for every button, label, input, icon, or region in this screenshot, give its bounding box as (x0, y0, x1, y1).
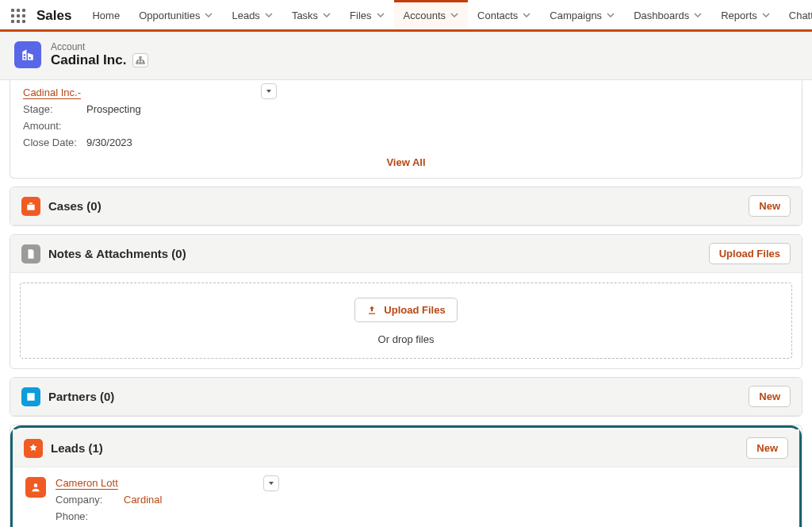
app-launcher-icon[interactable] (5, 2, 32, 29)
phone-label: Phone: (56, 510, 111, 522)
partners-card: Partners (0) New (10, 377, 802, 417)
field-row: Close Date: 9/30/2023 (23, 137, 789, 148)
svg-point-0 (34, 483, 38, 487)
lead-row: Cameron Lott Company: Cardinal Phone: (13, 467, 799, 527)
partners-header: Partners (0) New (10, 378, 802, 416)
stage-label: Stage: (23, 103, 86, 115)
chevron-down-icon[interactable] (377, 10, 385, 21)
lead-icon (24, 439, 43, 458)
nav-tasks[interactable]: Tasks (282, 0, 340, 31)
chevron-down-icon[interactable] (523, 10, 530, 21)
field-row: Company: Cardinal (56, 494, 162, 506)
cases-new-button[interactable]: New (749, 195, 791, 217)
global-nav: Sales Home Opportunities Leads Tasks Fil… (0, 0, 812, 32)
leads-title: Leads (1) (24, 439, 103, 458)
notes-title-text: Notes & Attachments (0) (48, 247, 186, 260)
nav-home[interactable]: Home (82, 0, 129, 31)
chevron-down-icon[interactable] (607, 10, 615, 21)
close-date-value: 9/30/2023 (86, 137, 132, 148)
leads-title-text: Leads (1) (51, 441, 103, 455)
chevron-down-icon[interactable] (265, 10, 273, 21)
nav-leads[interactable]: Leads (222, 0, 282, 31)
nav-label: Reports (721, 10, 757, 21)
nav-label: Tasks (292, 10, 318, 21)
amount-label: Amount: (23, 120, 86, 132)
field-row: Phone: (56, 510, 162, 522)
nav-label: Dashboards (634, 10, 689, 21)
notes-card: Notes & Attachments (0) Upload Files Upl… (10, 234, 802, 369)
upload-dropzone[interactable]: Upload Files Or drop files (20, 283, 792, 359)
nav-label: Opportunities (139, 10, 200, 21)
cases-title: Cases (0) (21, 197, 102, 216)
opportunity-card: Cadinal Inc.- Stage: Prospecting Amount:… (10, 80, 802, 179)
case-icon (21, 197, 40, 216)
nav-chatter[interactable]: Chatter (779, 0, 812, 31)
upload-files-label: Upload Files (384, 304, 445, 316)
file-icon (21, 244, 40, 264)
nav-opportunities[interactable]: Opportunities (129, 0, 222, 31)
nav-accent-bar (0, 29, 812, 32)
cases-header: Cases (0) New (10, 187, 802, 225)
chevron-down-icon[interactable] (694, 10, 702, 21)
close-date-label: Close Date: (23, 137, 86, 148)
company-label: Company: (56, 494, 111, 506)
nav-label: Files (350, 10, 371, 21)
nav-label: Chatter (789, 10, 812, 21)
record-header: Account Cadinal Inc. (0, 32, 812, 80)
nav-label: Accounts (404, 10, 446, 21)
account-icon (14, 41, 41, 68)
lead-row-actions-button[interactable] (263, 475, 279, 491)
leads-new-button[interactable]: New (746, 437, 788, 459)
chevron-down-icon[interactable] (205, 10, 213, 21)
related-lists: Cadinal Inc.- Stage: Prospecting Amount:… (0, 80, 812, 527)
nav-reports[interactable]: Reports (711, 0, 779, 31)
nav-label: Leads (232, 10, 259, 21)
partners-title: Partners (0) (21, 387, 114, 406)
field-row: Stage: Prospecting (23, 103, 789, 115)
cases-title-text: Cases (0) (48, 199, 102, 213)
notes-upload-header-button[interactable]: Upload Files (709, 243, 791, 264)
entity-type-label: Account (51, 41, 148, 52)
chevron-down-icon[interactable] (323, 10, 331, 21)
partner-icon (21, 387, 40, 406)
row-actions-button[interactable] (261, 83, 277, 99)
partners-title-text: Partners (0) (48, 390, 114, 403)
chevron-down-icon[interactable] (450, 10, 458, 21)
caret-down-icon (267, 479, 275, 487)
lead-fields: Company: Cardinal Phone: (56, 494, 162, 522)
nav-files[interactable]: Files (340, 0, 393, 31)
lead-record-icon (25, 477, 46, 498)
app-name: Sales (36, 8, 71, 24)
nav-label: Campaigns (550, 10, 602, 21)
leads-card: Leads (1) New Cameron Lott Company: Card… (10, 425, 802, 527)
nav-label: Home (92, 10, 120, 21)
entity-name-text: Cadinal Inc. (51, 52, 126, 68)
caret-down-icon (265, 87, 273, 95)
opportunity-row: Cadinal Inc.- Stage: Prospecting Amount:… (10, 80, 802, 148)
leads-highlight: Leads (1) New Cameron Lott Company: Card… (10, 425, 802, 527)
lead-name-link[interactable]: Cameron Lott (56, 477, 118, 489)
entity-name: Cadinal Inc. (51, 52, 148, 68)
upload-files-button[interactable]: Upload Files (354, 298, 457, 322)
opportunity-link[interactable]: Cadinal Inc.- (23, 87, 81, 98)
leads-header: Leads (1) New (13, 429, 799, 467)
nav-dashboards[interactable]: Dashboards (624, 0, 711, 31)
nav-accounts[interactable]: Accounts (394, 0, 468, 31)
notes-title: Notes & Attachments (0) (21, 244, 186, 264)
hierarchy-icon (136, 56, 145, 64)
partners-new-button[interactable]: New (749, 386, 791, 407)
nav-campaigns[interactable]: Campaigns (540, 0, 624, 31)
notes-header: Notes & Attachments (0) Upload Files (10, 235, 802, 273)
hierarchy-button[interactable] (132, 53, 148, 67)
chevron-down-icon[interactable] (762, 10, 770, 21)
record-title-block: Account Cadinal Inc. (51, 41, 148, 68)
nav-contacts[interactable]: Contacts (468, 0, 540, 31)
lead-details: Cameron Lott Company: Cardinal Phone: (56, 477, 162, 522)
stage-value: Prospecting (86, 103, 141, 115)
opportunities-view-all[interactable]: View All (10, 148, 802, 178)
drop-text: Or drop files (378, 333, 435, 345)
upload-icon (366, 305, 377, 316)
nav-label: Contacts (477, 10, 518, 21)
cases-card: Cases (0) New (10, 187, 802, 226)
company-value[interactable]: Cardinal (124, 494, 162, 506)
